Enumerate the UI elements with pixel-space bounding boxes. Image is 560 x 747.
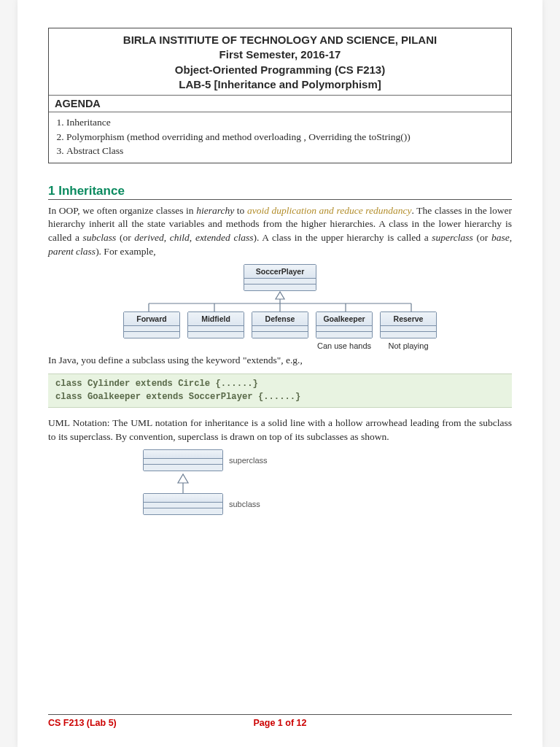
- text-italic: parent class: [48, 246, 96, 257]
- text-run: ,: [510, 232, 512, 243]
- document-page: BIRLA INSTITIUTE OF TECHNOLOGY AND SCIEN…: [18, 0, 542, 747]
- code-line: class Cylinder extends Circle {......}: [55, 378, 505, 391]
- uml-class-defense: Defense: [252, 311, 308, 338]
- footer-page-number: Page 1 of 12: [254, 718, 307, 728]
- agenda-heading: AGENDA: [49, 96, 511, 112]
- uml-box-subclass: [143, 493, 223, 515]
- uml-label-subclass: subclass: [229, 500, 260, 508]
- text-run: In OOP, we often organize classes in: [48, 205, 196, 216]
- header-box: BIRLA INSTITIUTE OF TECHNOLOGY AND SCIEN…: [48, 28, 512, 163]
- uml-notation-paragraph: UML Notation: The UML notation for inher…: [48, 417, 512, 444]
- text-italic: subclass: [83, 232, 117, 243]
- text-run: (or: [116, 232, 134, 243]
- text-italic: superclass: [432, 232, 473, 243]
- uml-caption-reserve: Not playing: [380, 341, 437, 350]
- text-italic: derived: [134, 232, 163, 243]
- extends-paragraph: In Java, you define a subclass using the…: [48, 354, 512, 368]
- text-run: ,: [190, 232, 195, 243]
- semester-line: First Semester, 2016-17: [56, 47, 504, 62]
- uml-class-reserve: Reserve: [380, 311, 437, 338]
- svg-marker-0: [276, 292, 284, 299]
- lab-line: LAB-5 [Inheritance and Polymorphism]: [56, 77, 504, 92]
- uml-label-superclass: superclass: [229, 456, 268, 465]
- agenda-list: Inheritance Polymorphism (method overrid…: [49, 112, 511, 163]
- uml-caption-goalkeeper: Can use hands: [316, 341, 373, 350]
- text-run: ,: [164, 232, 170, 243]
- uml-class-name: Midfield: [188, 312, 244, 326]
- agenda-item: Abstract Class: [66, 144, 505, 158]
- page-footer: CS F213 (Lab 5) Page 1 of 12: [48, 714, 512, 728]
- svg-marker-8: [178, 474, 188, 483]
- uml-box-superclass: [143, 449, 223, 471]
- text-run: (or: [473, 232, 491, 243]
- uml-class-name: Reserve: [381, 312, 436, 326]
- uml-arrow-icon: [143, 471, 245, 493]
- uml-class-name: Forward: [124, 312, 179, 326]
- agenda-item: Inheritance: [66, 115, 505, 130]
- text-run: to: [234, 205, 247, 216]
- header-title-block: BIRLA INSTITIUTE OF TECHNOLOGY AND SCIEN…: [49, 28, 511, 96]
- uml-class-forward: Forward: [123, 311, 180, 338]
- code-block-extends: class Cylinder extends Circle {......} c…: [48, 374, 512, 408]
- text-italic: child: [170, 232, 190, 243]
- text-run: ). For example,: [96, 246, 155, 257]
- uml-class-midfield: Midfield: [187, 311, 244, 338]
- text-italic: hierarchy: [196, 205, 234, 216]
- text-italic: extended class: [195, 232, 254, 243]
- course-line: Object-Oriented Programming (CS F213): [56, 63, 504, 77]
- uml-class-name: Defense: [252, 312, 308, 326]
- uml-connector-lines: [112, 291, 448, 311]
- text-emphasis: avoid duplication and reduce redundancy: [247, 205, 412, 216]
- uml-diagram-generic: superclass subclass: [143, 449, 512, 515]
- uml-class-name: Goalkeeper: [316, 312, 372, 326]
- uml-class-name: SoccerPlayer: [244, 265, 316, 279]
- section-heading-inheritance: 1 Inheritance: [48, 184, 512, 200]
- uml-diagram-soccer: SoccerPlayer Forward Midfield: [48, 264, 512, 350]
- text-italic: base: [491, 232, 510, 243]
- institute-name: BIRLA INSTITIUTE OF TECHNOLOGY AND SCIEN…: [56, 33, 504, 47]
- agenda-item: Polymorphism (method overriding and meth…: [66, 130, 505, 144]
- uml-class-goalkeeper: Goalkeeper: [316, 311, 373, 338]
- intro-paragraph: In OOP, we often organize classes in hie…: [48, 204, 512, 259]
- text-run: ). A class in the upper hierarchy is cal…: [254, 232, 432, 243]
- uml-class-soccerplayer: SoccerPlayer: [244, 264, 316, 291]
- footer-course: CS F213 (Lab 5): [48, 718, 117, 728]
- code-line: class Goalkeeper extends SoccerPlayer {.…: [55, 391, 505, 404]
